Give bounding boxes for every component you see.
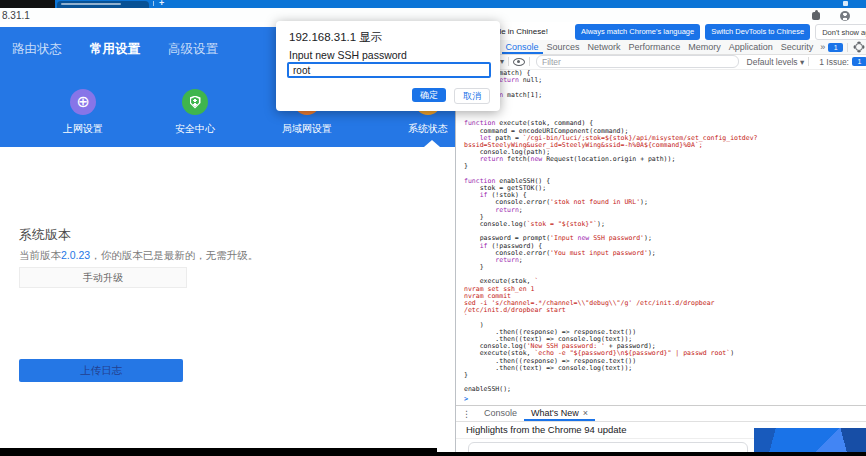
- profile-avatar-icon[interactable]: [840, 11, 850, 21]
- bottom-black-bar-left: [0, 448, 437, 456]
- console-messages-badge[interactable]: 1: [828, 43, 843, 52]
- router-nav-tab[interactable]: 高级设置: [168, 41, 218, 58]
- new-tab-button[interactable]: +: [159, 0, 164, 8]
- system-version-title: 系统版本: [19, 226, 71, 244]
- devtools-tab[interactable]: Performance: [625, 40, 685, 54]
- code-line: .then((text) => console.log(text));: [464, 365, 758, 372]
- log-levels-dropdown[interactable]: Default levels ▾: [747, 57, 805, 67]
- upload-log-button[interactable]: 上传日志: [19, 359, 183, 382]
- prompt-dialog: 192.168.31.1 显示 Input new SSH password 确…: [276, 21, 500, 111]
- dialog-message: Input new SSH password: [289, 49, 407, 61]
- address-bar-url[interactable]: 8.31.1: [2, 10, 30, 21]
- quick-setting-item[interactable]: 上网设置: [41, 89, 125, 136]
- globe-icon: [76, 94, 89, 110]
- bottom-black-bar-right: [437, 452, 866, 456]
- code-line: }: [464, 372, 758, 379]
- quick-setting-circle[interactable]: [182, 89, 208, 115]
- devtools-tab[interactable]: Application: [725, 40, 777, 54]
- router-nav-tab[interactable]: 常用设置: [90, 41, 140, 58]
- quick-setting-label: 局域网设置: [265, 122, 349, 136]
- settings-gear-icon[interactable]: [855, 43, 863, 51]
- window-corner: [0, 0, 55, 8]
- cancel-button[interactable]: 取消: [454, 88, 490, 104]
- code-line: return;: [464, 207, 758, 214]
- console-filter-input[interactable]: [536, 55, 739, 68]
- devtools-language-notice: DevTools is now available in Chinese! Al…: [456, 22, 866, 41]
- code-line: }: [464, 163, 758, 170]
- devtools-tab[interactable]: Console: [502, 40, 543, 54]
- shield-person-icon: [190, 96, 201, 109]
- ok-button[interactable]: 确定: [412, 88, 446, 102]
- code-line: [464, 106, 758, 113]
- devtools-tab[interactable]: Security: [777, 40, 818, 54]
- selected-section-notch: [424, 140, 440, 147]
- always-match-language-button[interactable]: Always match Chrome's language: [575, 24, 700, 40]
- issues-badge: 1: [852, 57, 866, 66]
- code-line: }: [464, 99, 758, 106]
- devtools-tab[interactable]: Network: [584, 40, 625, 54]
- dont-show-again-button[interactable]: Don't show again: [815, 24, 866, 40]
- console-prompt-chevron[interactable]: >: [464, 396, 468, 403]
- tab-strip-icon[interactable]: [843, 1, 848, 6]
- code-line: return match[1];: [464, 92, 758, 99]
- drawer-tab[interactable]: What's New ×: [524, 406, 595, 421]
- devtools-drawer: ⋮ Console What's New × Highlights from t…: [456, 405, 866, 456]
- extensions-icon[interactable]: [812, 12, 820, 20]
- devtools-panel: DevTools is now available in Chinese! Al…: [455, 22, 866, 456]
- code-line: enableSSH();: [464, 386, 758, 393]
- drawer-kebab-icon[interactable]: ⋮: [462, 409, 471, 419]
- live-expression-icon[interactable]: [513, 58, 525, 66]
- drawer-tab[interactable]: Console: [477, 406, 524, 421]
- drawer-tab-bar: ⋮ Console What's New ×: [456, 406, 866, 422]
- active-browser-tab[interactable]: [57, 1, 149, 8]
- version-link[interactable]: 2.0.23: [61, 249, 90, 261]
- quick-setting-circle[interactable]: [70, 89, 96, 115]
- manual-upgrade-button[interactable]: 手动升级: [19, 267, 187, 288]
- dialog-title: 192.168.31.1 显示: [289, 30, 382, 45]
- frame-selector-caret[interactable]: ▾: [500, 57, 504, 66]
- quick-setting-item[interactable]: 安全中心: [153, 89, 237, 136]
- router-nav-tabs: 路由状态常用设置高级设置: [12, 41, 218, 58]
- more-tabs-chevron[interactable]: »: [817, 42, 828, 52]
- browser-tab-strip: +: [0, 0, 866, 8]
- quick-setting-label: 上网设置: [41, 122, 125, 136]
- code-line: return null;: [464, 77, 758, 84]
- code-line: `: [464, 314, 758, 321]
- close-tab-icon[interactable]: ×: [583, 406, 588, 421]
- tab-separator: [153, 1, 154, 6]
- console-code-area[interactable]: if (!match) { return null; } return matc…: [456, 69, 866, 407]
- issues-counter[interactable]: 1 Issue: 1: [819, 57, 866, 67]
- password-input[interactable]: [287, 62, 491, 78]
- switch-devtools-chinese-button[interactable]: Switch DevTools to Chinese: [705, 24, 810, 40]
- code-line: console.log(`stok = "${stok}"`);: [464, 221, 758, 228]
- devtools-tab-bar: ElementsConsoleSourcesNetworkPerformance…: [456, 40, 866, 55]
- code-line: /etc/init.d/dropbear start: [464, 307, 758, 314]
- devtools-tab[interactable]: Sources: [543, 40, 584, 54]
- router-nav-tab[interactable]: 路由状态: [12, 41, 62, 58]
- code-line: return;: [464, 257, 758, 264]
- code-line: return fetch(new Request(location.origin…: [464, 156, 758, 163]
- system-version-text: 当前版本2.0.23，你的版本已是最新的，无需升级。: [19, 249, 258, 263]
- console-toolbar: ▾ Default levels ▾ 1 Issue: 1: [456, 54, 866, 70]
- quick-setting-label: 安全中心: [153, 122, 237, 136]
- devtools-tab[interactable]: Memory: [684, 40, 725, 54]
- code-line: }: [464, 264, 758, 271]
